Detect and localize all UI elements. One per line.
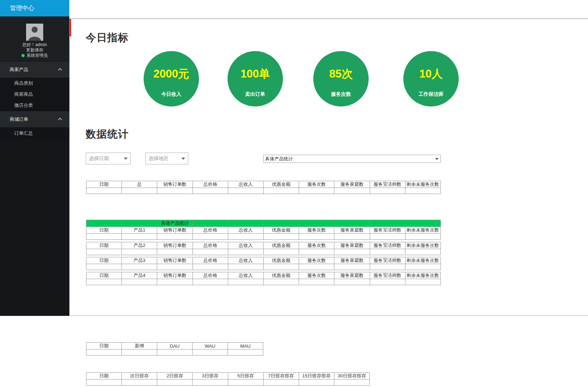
- table-cell-empty: [299, 249, 334, 255]
- update-cache-link[interactable]: 更新缓存: [0, 48, 69, 53]
- table-cell-empty: [299, 188, 334, 194]
- metric-value: 2000元: [144, 51, 199, 80]
- table-cell-empty: [370, 264, 405, 270]
- table-cell: 日期: [86, 242, 122, 249]
- product-stat-select[interactable]: 具体产品统计: [263, 155, 441, 163]
- sidebar-item-product-category[interactable]: 商品类别: [0, 78, 69, 89]
- table-cell: [228, 220, 263, 227]
- sidebar-item-merchant-goods[interactable]: 商家商品: [0, 89, 69, 100]
- table-cell: 服务宝洁师数: [370, 242, 405, 249]
- table-header-row: 日期产品2销售订单数总价格总收入优惠金额服务次数服务家庭数服务宝洁师数剩余未服务…: [86, 242, 441, 249]
- table-cell: 优惠金额: [263, 242, 299, 249]
- table-cell: 30日留存留存: [334, 373, 369, 379]
- table-cell: [299, 220, 334, 227]
- table-cell-empty: [157, 234, 193, 240]
- table-cell-empty: [228, 279, 263, 285]
- table-cell-empty: [157, 249, 193, 255]
- table-cell: 服务家庭数: [334, 257, 370, 264]
- table-cell-empty: [193, 234, 228, 240]
- table-cell-empty: [263, 279, 299, 285]
- menu-label: 商家产品: [10, 67, 28, 72]
- sidebar-item-order-summary[interactable]: 订单汇总: [0, 127, 69, 139]
- table-cell: 优惠金额: [263, 272, 299, 279]
- table-empty-row: [86, 188, 441, 194]
- table-cell-empty: [86, 264, 122, 270]
- content-bottom-border: [69, 316, 588, 316]
- table-cell-empty: [405, 249, 440, 255]
- table-cell-empty: [122, 249, 157, 255]
- table-cell-empty: [405, 264, 440, 270]
- table-cell-empty: [228, 234, 263, 240]
- table-empty-row: [86, 279, 441, 285]
- table-cell: 剩余未服务次数: [405, 227, 440, 234]
- table-cell-empty: [334, 264, 370, 270]
- table-cell: 日期: [86, 257, 122, 264]
- table-cell-empty: [228, 249, 263, 255]
- table-cell-empty: [193, 249, 228, 255]
- table-cell-empty: [299, 234, 334, 240]
- table-cell: [370, 220, 405, 227]
- table-cell-empty: [157, 264, 193, 270]
- sidebar-menu-mall-orders[interactable]: 商城订单: [0, 111, 69, 127]
- product-stats-table-1: 具体产品统计 日期产品1销售订单数总价格总收入优惠金额服务次数服务家庭数服务宝洁…: [86, 220, 441, 240]
- table-cell-empty: [193, 379, 228, 386]
- user-activity-table: 日期新增DAUWAUMAU: [86, 342, 263, 356]
- sidebar-menu-merchant-products[interactable]: 商家产品: [0, 61, 69, 78]
- table-cell: 具体产品统计: [157, 220, 193, 227]
- submenu-merchant-products: 商品类别 商家商品 微店分类: [0, 78, 69, 111]
- chevron-down-icon: [181, 158, 185, 160]
- chevron-down-icon: [435, 158, 439, 160]
- table-cell: [122, 220, 157, 227]
- table-cell-empty: [228, 349, 263, 356]
- table-cell: 产品4: [122, 272, 157, 279]
- table-cell: 总价格: [193, 227, 228, 234]
- table-cell: 3日留存: [193, 373, 228, 379]
- table-cell-empty: [122, 379, 157, 386]
- table-cell: 销售订单数: [157, 242, 193, 249]
- content-top-border: [69, 19, 588, 19]
- table-cell-empty: [122, 234, 157, 240]
- table-header-row: 日期产品4销售订单数总价格总收入优惠金额服务次数服务家庭数服务宝洁师数剩余未服务…: [86, 272, 441, 279]
- table-cell-empty: [405, 279, 440, 285]
- table-cell-empty: [122, 188, 157, 194]
- table-cell-empty: [299, 379, 334, 386]
- table-cell: 剩余未服务次数: [405, 272, 440, 279]
- metric-service-count: 85次 服务次数: [313, 51, 369, 106]
- metric-value: 100单: [228, 51, 283, 80]
- table-cell: 服务家庭数: [334, 272, 370, 279]
- table-cell: 15日留存留存: [299, 373, 334, 379]
- table-cell-empty: [299, 264, 334, 270]
- region-select[interactable]: 选择地区: [145, 153, 188, 164]
- retention-table: 日期次日留存2日留存3日留存5日留存7日留存留存15日留存留存30日留存留存: [86, 372, 370, 386]
- table-cell: 总收入: [228, 227, 263, 234]
- table-cell: 日期: [86, 272, 122, 279]
- table-cell: 总价格: [193, 181, 228, 188]
- sidebar-item-microshop-category[interactable]: 微店分类: [0, 100, 69, 111]
- table-cell: 优惠金额: [263, 181, 299, 188]
- table-cell: WAU: [193, 343, 228, 349]
- table-cell: 服务次数: [299, 227, 334, 234]
- table-header-row: 日期产品3销售订单数总价格总收入优惠金额服务次数服务家庭数服务宝洁师数剩余未服务…: [86, 257, 441, 264]
- table-cell-empty: [228, 379, 263, 386]
- table-cell-empty: [193, 188, 228, 194]
- table-cell: 服务家庭数: [334, 181, 370, 188]
- table-cell: MAU: [228, 343, 263, 349]
- table-cell-empty: [193, 279, 228, 285]
- table-cell-empty: [86, 349, 122, 356]
- table-cell: 总收入: [228, 242, 263, 249]
- metric-working-cleaners: 10人 工作保洁师: [403, 51, 459, 106]
- table-cell: 销售订单数: [157, 272, 193, 279]
- table-cell-empty: [86, 279, 122, 285]
- table-header-row: 日期新增DAUWAUMAU: [86, 343, 263, 349]
- date-select[interactable]: 选择日期: [86, 153, 131, 164]
- table-cell-empty: [370, 249, 405, 255]
- table-cell-empty: [122, 349, 157, 356]
- table-cell: 日期: [86, 181, 122, 188]
- scrollbar-thumb[interactable]: [70, 19, 71, 36]
- table-cell-empty: [334, 188, 370, 194]
- table-cell-empty: [86, 234, 122, 240]
- table-cell: 日期: [86, 343, 122, 349]
- metric-label: 服务次数: [313, 91, 369, 98]
- table-cell-empty: [193, 349, 228, 356]
- table-cell: 2日留存: [157, 373, 193, 379]
